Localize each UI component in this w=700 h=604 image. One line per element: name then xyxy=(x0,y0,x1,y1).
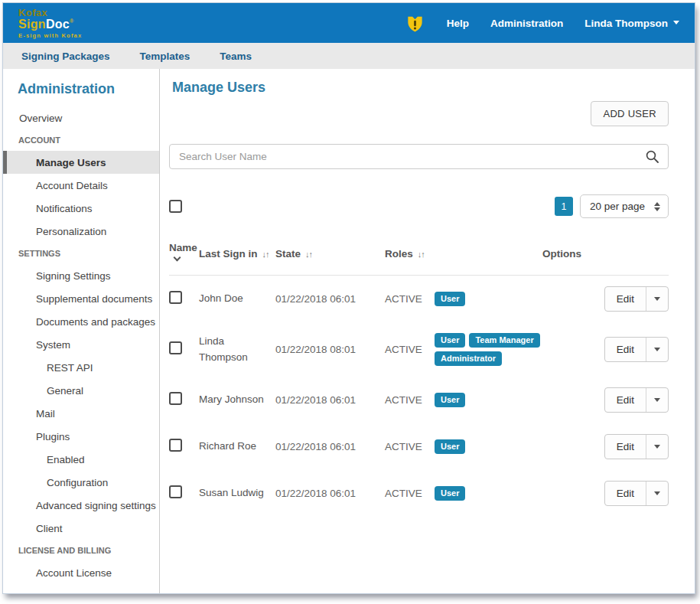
sidebar-item-account-license[interactable]: Account License xyxy=(3,561,159,584)
column-header-name[interactable]: Name xyxy=(169,242,199,265)
sidebar-item-configuration[interactable]: Configuration xyxy=(3,471,159,494)
sort-both-icon: ↓↑ xyxy=(305,250,312,259)
sidebar-item-rest-api[interactable]: REST API xyxy=(3,356,159,379)
sidebar-item-mail[interactable]: Mail xyxy=(3,402,159,425)
role-badge: User xyxy=(435,393,465,407)
sidebar-item-manage-users[interactable]: Manage Users xyxy=(3,151,159,174)
toolbar: ADD USER xyxy=(169,101,669,126)
sidebar-item-advanced-signing-settings[interactable]: Advanced signing settings xyxy=(3,494,159,517)
column-header-last-sign-in[interactable]: Last Sign in↓↑ xyxy=(199,248,275,260)
edit-split-button: Edit xyxy=(604,286,669,312)
cell-user-name: Richard Roe xyxy=(199,439,275,455)
row-checkbox[interactable] xyxy=(169,341,182,354)
column-header-roles[interactable]: Roles↓↑ xyxy=(385,248,435,260)
header-link-help[interactable]: Help xyxy=(447,18,469,29)
edit-button[interactable]: Edit xyxy=(605,338,646,361)
edit-button[interactable]: Edit xyxy=(605,287,646,311)
sort-both-icon: ↓↑ xyxy=(418,250,425,259)
sidebar-items: OverviewACCOUNTManage UsersAccount Detai… xyxy=(3,106,159,584)
row-checkbox[interactable] xyxy=(169,291,182,304)
search-input[interactable] xyxy=(169,144,669,169)
cell-last-sign-in: 01/22/2018 08:01 xyxy=(275,344,385,355)
page-button-1[interactable]: 1 xyxy=(555,197,573,216)
sidebar-item-client[interactable]: Client xyxy=(3,517,159,540)
cell-options: Edit xyxy=(604,286,669,312)
edit-split-button: Edit xyxy=(604,337,669,362)
role-badge: User xyxy=(435,333,465,348)
select-updown-icon xyxy=(654,202,660,211)
sidebar-item-license-and-billing: LICENSE AND BILLING xyxy=(3,540,159,561)
add-user-button[interactable]: ADD USER xyxy=(591,101,669,126)
sidebar-item-general[interactable]: General xyxy=(3,379,159,402)
edit-split-button: Edit xyxy=(604,434,669,459)
sidebar-item-enabled[interactable]: Enabled xyxy=(3,448,159,471)
content-area: Administration OverviewACCOUNTManage Use… xyxy=(3,69,695,593)
cell-state: ACTIVE xyxy=(385,394,435,406)
row-checkbox-cell xyxy=(169,439,199,455)
sidebar-item-signing-settings[interactable]: Signing Settings xyxy=(3,264,159,287)
table-body: John Doe01/22/2018 06:01ACTIVEUserEditLi… xyxy=(169,276,669,517)
row-checkbox-cell xyxy=(169,392,199,408)
sidebar-item-plugins[interactable]: Plugins xyxy=(3,425,159,448)
tab-teams[interactable]: Teams xyxy=(220,51,252,62)
column-header-state[interactable]: State↓↑ xyxy=(275,248,385,260)
page-size-select[interactable]: 20 per page xyxy=(580,194,669,218)
edit-dropdown-toggle[interactable] xyxy=(646,338,668,361)
edit-dropdown-toggle[interactable] xyxy=(646,388,668,412)
sidebar-item-supplemental-documents[interactable]: Supplemental documents xyxy=(3,287,159,310)
tab-templates[interactable]: Templates xyxy=(140,51,190,62)
cell-roles: User xyxy=(435,486,603,501)
page-size-value: 20 per page xyxy=(590,201,645,212)
cell-roles: User xyxy=(435,439,603,454)
row-checkbox[interactable] xyxy=(169,392,182,405)
edit-split-button: Edit xyxy=(604,481,669,506)
cell-state: ACTIVE xyxy=(385,441,435,452)
chevron-down-icon xyxy=(654,297,660,301)
page-title: Manage Users xyxy=(172,80,669,96)
search-bar xyxy=(169,144,669,169)
table-header-row: NameLast Sign in↓↑State↓↑Roles↓↑Options xyxy=(169,239,669,276)
cell-state: ACTIVE xyxy=(385,344,435,355)
cell-options: Edit xyxy=(604,481,669,506)
edit-split-button: Edit xyxy=(604,387,669,413)
sort-desc-icon xyxy=(174,254,181,262)
app-window: Kofax SignDoc® E-sign with Kofax HelpAdm… xyxy=(2,2,695,594)
cell-last-sign-in: 01/22/2018 06:01 xyxy=(275,488,385,499)
chevron-down-icon xyxy=(673,21,679,24)
shield-warning-icon[interactable] xyxy=(405,12,425,34)
sidebar-item-overview[interactable]: Overview xyxy=(3,106,159,129)
role-badge: Team Manager xyxy=(469,333,539,348)
cell-last-sign-in: 01/22/2018 06:01 xyxy=(275,394,385,406)
cell-last-sign-in: 01/22/2018 06:01 xyxy=(275,293,385,305)
cell-options: Edit xyxy=(604,387,669,413)
table-row: Linda Thompson01/22/2018 08:01ACTIVEUser… xyxy=(169,322,669,377)
edit-dropdown-toggle[interactable] xyxy=(646,435,668,459)
table-row: John Doe01/22/2018 06:01ACTIVEUserEdit xyxy=(169,276,669,322)
sidebar-item-notifications[interactable]: Notifications xyxy=(3,197,159,220)
cell-options: Edit xyxy=(604,337,669,362)
row-checkbox[interactable] xyxy=(169,439,182,452)
chevron-down-icon xyxy=(654,445,660,449)
select-all-checkbox[interactable] xyxy=(169,200,182,213)
row-checkbox[interactable] xyxy=(169,485,182,498)
edit-dropdown-toggle[interactable] xyxy=(646,482,668,505)
edit-button[interactable]: Edit xyxy=(605,482,646,505)
header-link-administration[interactable]: Administration xyxy=(490,18,563,29)
cell-state: ACTIVE xyxy=(385,293,435,305)
edit-dropdown-toggle[interactable] xyxy=(646,287,668,311)
edit-button[interactable]: Edit xyxy=(605,435,646,459)
edit-button[interactable]: Edit xyxy=(605,388,646,412)
sidebar-item-system[interactable]: System xyxy=(3,333,159,356)
tab-signing-packages[interactable]: Signing Packages xyxy=(21,51,110,62)
cell-last-sign-in: 01/22/2018 06:01 xyxy=(275,441,385,452)
header-right-menu: HelpAdministration Linda Thompson xyxy=(405,12,679,34)
chevron-down-icon xyxy=(654,398,660,402)
sidebar-item-personalization[interactable]: Personalization xyxy=(3,220,159,243)
sidebar-item-documents-and-packages[interactable]: Documents and packages xyxy=(3,310,159,333)
sidebar-title: Administration xyxy=(3,77,159,106)
user-menu[interactable]: Linda Thompson xyxy=(584,18,679,29)
sidebar-item-account: ACCOUNT xyxy=(3,129,159,151)
manage-users-panel: Manage Users ADD USER 1 20 per page xyxy=(160,69,695,593)
search-icon[interactable] xyxy=(645,149,659,164)
sidebar-item-account-details[interactable]: Account Details xyxy=(3,174,159,197)
